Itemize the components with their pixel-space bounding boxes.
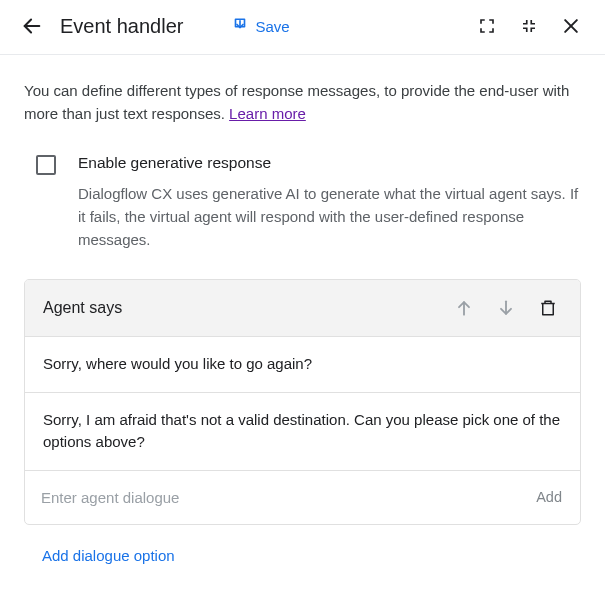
add-dialogue-button[interactable]: Add <box>536 489 562 505</box>
save-icon <box>231 17 249 35</box>
learn-more-link[interactable]: Learn more <box>229 105 306 122</box>
fullscreen-button[interactable] <box>473 12 501 40</box>
close-icon <box>561 16 581 36</box>
agent-response-row[interactable]: Sorry, where would you like to go again? <box>25 337 580 393</box>
delete-button[interactable] <box>534 294 562 322</box>
arrow-up-icon <box>454 298 474 318</box>
exit-fullscreen-button[interactable] <box>515 12 543 40</box>
move-up-button[interactable] <box>450 294 478 322</box>
close-button[interactable] <box>557 12 585 40</box>
agent-says-header: Agent says <box>25 280 580 337</box>
agent-says-title: Agent says <box>43 299 122 317</box>
panel-header: Event handler Save <box>0 0 605 55</box>
fullscreen-exit-icon <box>520 17 538 35</box>
panel-title: Event handler <box>60 15 183 38</box>
panel-content: You can define different types of respon… <box>0 55 605 594</box>
generative-description: Dialogflow CX uses generative AI to gene… <box>78 182 581 252</box>
save-label: Save <box>255 18 289 35</box>
save-button[interactable]: Save <box>231 17 289 35</box>
agent-says-card: Agent says Sorry, where would you like t… <box>24 279 581 525</box>
trash-icon <box>539 298 557 318</box>
arrow-left-icon <box>21 15 43 37</box>
arrow-down-icon <box>496 298 516 318</box>
agent-dialogue-input[interactable] <box>37 483 524 512</box>
add-dialogue-option-button[interactable]: Add dialogue option <box>24 525 179 574</box>
agent-response-row[interactable]: Sorry, I am afraid that's not a valid de… <box>25 393 580 471</box>
move-down-button[interactable] <box>492 294 520 322</box>
fullscreen-icon <box>478 17 496 35</box>
intro-text: You can define different types of respon… <box>24 79 581 126</box>
enable-generative-checkbox[interactable] <box>36 155 56 175</box>
enable-generative-label: Enable generative response <box>78 154 581 172</box>
generative-response-block: Enable generative response Dialogflow CX… <box>24 154 581 274</box>
back-button[interactable] <box>20 14 44 38</box>
agent-dialogue-input-row: Add <box>25 471 580 524</box>
